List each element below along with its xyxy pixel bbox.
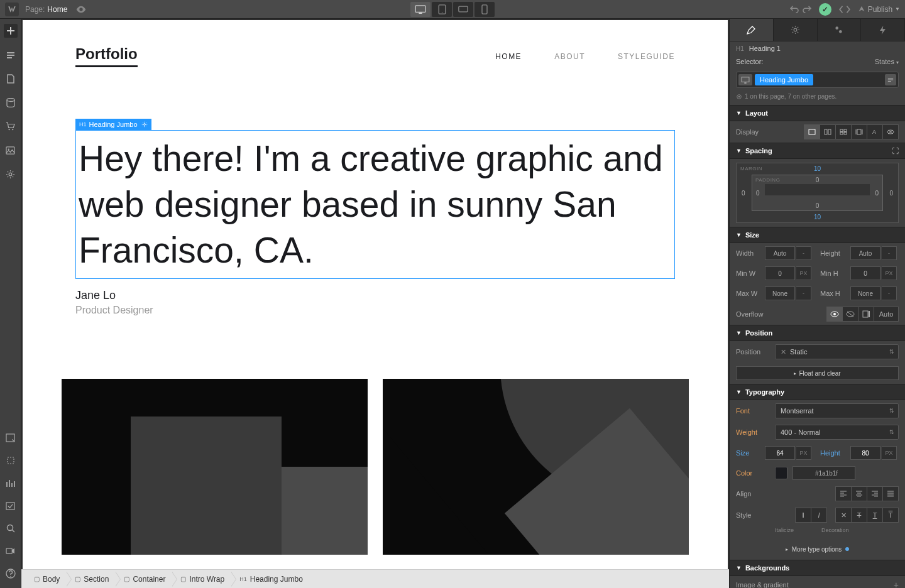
italic-off[interactable]: I [795,508,811,523]
style-tab[interactable] [730,19,774,41]
maxw-input[interactable]: None [765,286,795,300]
nav-link-about[interactable]: ABOUT [554,52,585,61]
backup-icon[interactable] [4,499,18,513]
position-select[interactable]: ✕Static [775,344,899,359]
decoration-underline[interactable]: T [867,508,883,523]
heading-jumbo[interactable]: Hey there! I'm a creative graphic and we… [75,130,675,279]
design-canvas[interactable]: Portfolio HOME ABOUT STYLEGUIDE H1 Headi… [23,20,728,569]
select-icon[interactable] [4,454,18,467]
pages-icon[interactable] [4,48,18,62]
position-section-header[interactable]: ▼Position [730,325,905,341]
spacing-editor[interactable]: MARGIN 10 10 0 0 PADDING 0 0 0 0 [736,163,899,223]
overflow-hidden[interactable] [842,307,858,322]
author-role[interactable]: Product Designer [75,305,675,316]
ecommerce-icon[interactable] [4,119,18,133]
spacing-section-header[interactable]: ▼Spacing⛶ [730,143,905,159]
crumb-section[interactable]: ▢Section [67,570,116,588]
crumb-container[interactable]: ▢Container [116,570,173,588]
overflow-auto[interactable]: Auto [874,307,899,322]
display-flex[interactable] [820,124,836,139]
display-grid[interactable] [835,124,852,139]
project-card-2[interactable] [383,379,689,555]
desktop-breakpoint[interactable] [410,2,431,17]
cms-icon[interactable] [4,95,18,109]
class-tag[interactable]: Heading Jumbo [755,74,813,85]
margin-right[interactable]: 0 [889,190,893,197]
phone-breakpoint[interactable] [474,2,495,17]
project-card-1[interactable] [62,379,368,555]
weight-select[interactable]: 400 - Normal [775,425,899,440]
add-background-icon[interactable]: + [894,580,899,588]
decoration-strikethrough[interactable]: T [851,508,867,523]
align-right[interactable] [867,486,883,501]
layout-section-header[interactable]: ▼Layout [730,105,905,121]
color-swatch[interactable] [775,467,787,479]
margin-left[interactable]: 0 [742,190,745,197]
typography-section-header[interactable]: ▼Typography [730,384,905,400]
nav-link-styleguide[interactable]: STYLEGUIDE [618,52,675,61]
decoration-overline[interactable]: T [882,508,899,523]
page-name[interactable]: Home [47,5,67,14]
help-icon[interactable] [4,567,18,580]
selector-nav-icon[interactable] [885,74,896,85]
preview-icon[interactable] [76,6,86,13]
landscape-phone-breakpoint[interactable] [453,2,473,17]
states-dropdown[interactable]: States ▾ [875,58,899,65]
publish-button[interactable]: Publish ▼ [858,5,900,14]
code-export-icon[interactable] [839,5,850,14]
tablet-breakpoint[interactable] [432,2,452,17]
status-check-icon[interactable]: ✓ [819,3,831,16]
video-icon[interactable] [4,544,18,558]
navigator-icon[interactable] [4,431,18,445]
display-none[interactable] [882,124,899,139]
nav-link-home[interactable]: HOME [495,52,522,61]
font-size-input[interactable]: 64 [765,446,795,460]
display-inline[interactable]: A [867,124,883,139]
display-inline-block[interactable] [851,124,867,139]
search-icon[interactable] [4,521,18,535]
align-center[interactable] [851,486,867,501]
overflow-visible[interactable] [826,307,843,322]
margin-bottom[interactable]: 10 [814,214,821,220]
italic-on[interactable]: I [811,508,827,523]
crumb-heading-jumbo[interactable]: H1Heading Jumbo [232,570,310,588]
backgrounds-section-header[interactable]: ▼Backgrounds [730,560,905,576]
align-left[interactable] [835,486,852,501]
crumb-intro-wrap[interactable]: ▢Intro Wrap [173,570,232,588]
author-name[interactable]: Jane Lo [75,289,675,302]
float-clear-button[interactable]: ▸Float and clear [736,366,899,380]
minh-input[interactable]: 0 [850,266,880,280]
align-justify[interactable] [882,486,899,501]
undo-icon[interactable] [790,6,799,13]
width-input[interactable]: Auto [765,246,795,260]
size-section-header[interactable]: ▼Size [730,227,905,243]
padding-bottom[interactable]: 0 [816,202,820,209]
font-select[interactable]: Montserrat [775,403,899,418]
selected-element-badge[interactable]: H1 Heading Jumbo [75,119,151,130]
height-input[interactable]: Auto [850,246,880,260]
effects-tab[interactable] [861,19,905,41]
add-element-icon[interactable] [4,24,18,38]
page-icon[interactable] [4,72,18,85]
site-logo[interactable]: Portfolio [75,45,138,67]
more-type-options[interactable]: ▸More type options [736,542,899,556]
assets-icon[interactable] [4,143,18,157]
settings-icon[interactable] [4,167,18,181]
color-hex-input[interactable]: #1a1b1f [793,466,855,480]
overflow-scroll[interactable] [858,307,874,322]
margin-top[interactable]: 10 [814,165,821,172]
interactions-tab[interactable] [818,19,862,41]
gear-icon[interactable] [141,121,148,128]
settings-tab[interactable] [774,19,818,41]
decoration-none[interactable]: ✕ [835,508,852,523]
padding-top[interactable]: 0 [816,177,820,183]
maxh-input[interactable]: None [850,286,880,300]
webflow-logo[interactable] [5,3,19,16]
padding-left[interactable]: 0 [756,190,760,197]
minw-input[interactable]: 0 [765,266,795,280]
spacing-expand-icon[interactable]: ⛶ [892,147,899,155]
audit-icon[interactable] [4,476,18,490]
crumb-body[interactable]: ▢Body [26,570,67,588]
redo-icon[interactable] [803,6,811,13]
padding-right[interactable]: 0 [875,190,879,197]
